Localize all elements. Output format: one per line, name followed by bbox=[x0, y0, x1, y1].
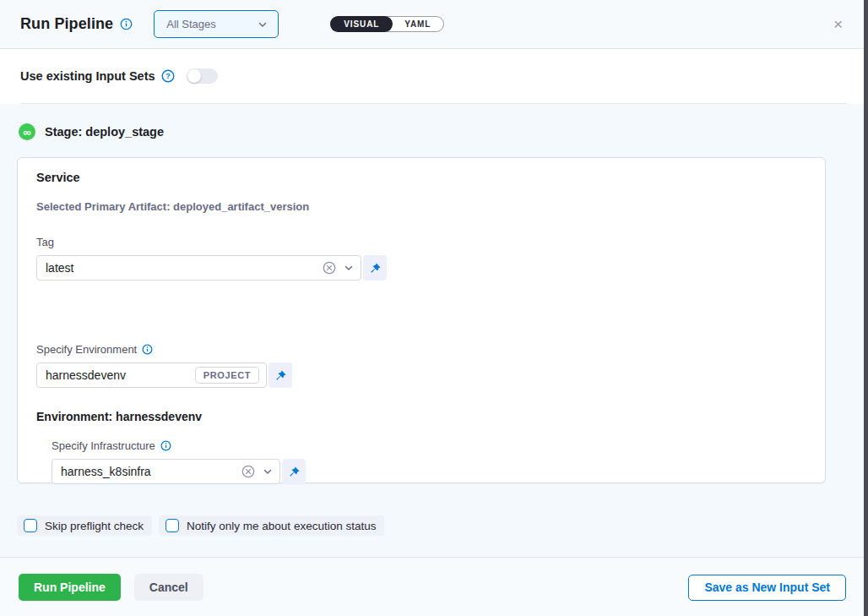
infrastructure-input[interactable] bbox=[61, 465, 241, 478]
notify-me-checkbox-group[interactable]: Notify only me about execution status bbox=[159, 515, 384, 536]
infrastructure-pin-button[interactable] bbox=[282, 459, 306, 484]
tag-input[interactable] bbox=[46, 261, 323, 275]
infrastructure-input-box bbox=[52, 459, 280, 484]
pin-icon bbox=[274, 369, 287, 382]
visual-yaml-toggle: VISUAL YAML bbox=[330, 16, 444, 32]
close-icon[interactable]: × bbox=[828, 13, 848, 35]
run-pipeline-button[interactable]: Run Pipeline bbox=[19, 574, 121, 601]
stage-deploy-icon: ∞ bbox=[19, 123, 35, 140]
tag-input-box bbox=[36, 255, 361, 281]
tag-pin-button[interactable] bbox=[363, 255, 387, 281]
service-card-title: Service bbox=[36, 171, 806, 184]
infrastructure-field-label-text: Specify Infrastructure bbox=[52, 439, 155, 452]
environment-field-label-text: Specify Environment bbox=[36, 343, 137, 356]
environment-pin-button[interactable] bbox=[269, 363, 292, 388]
clear-icon[interactable] bbox=[323, 261, 336, 275]
chevron-down-icon[interactable] bbox=[263, 466, 273, 477]
info-icon bbox=[142, 344, 153, 355]
page-title: Run Pipeline bbox=[20, 15, 113, 33]
cancel-button[interactable]: Cancel bbox=[134, 574, 203, 601]
help-icon[interactable]: ? bbox=[161, 69, 175, 83]
stage-selector-dropdown[interactable]: All Stages bbox=[154, 10, 279, 38]
tag-field-row bbox=[36, 255, 806, 281]
pin-icon bbox=[369, 262, 382, 275]
stage-title: Stage: deploy_stage bbox=[45, 125, 164, 139]
skip-preflight-checkbox-group[interactable]: Skip preflight check bbox=[17, 515, 152, 536]
tab-yaml[interactable]: YAML bbox=[392, 17, 443, 31]
chevron-down-icon[interactable] bbox=[344, 263, 354, 273]
tag-field-label: Tag bbox=[36, 236, 806, 248]
svg-text:?: ? bbox=[165, 72, 171, 80]
infrastructure-field-row bbox=[36, 459, 806, 484]
stage-section: ∞ Stage: deploy_stage Service Selected P… bbox=[0, 104, 868, 557]
notify-me-checkbox[interactable] bbox=[165, 519, 179, 532]
page-edge-strip bbox=[864, 0, 868, 616]
execution-options-row: Skip preflight check Notify only me abou… bbox=[17, 515, 848, 536]
selected-artifact-line: Selected Primary Artifact: deployed_arti… bbox=[36, 200, 806, 213]
use-existing-input-sets-row: Use existing Input Sets ? bbox=[0, 49, 868, 103]
use-existing-input-sets-toggle[interactable] bbox=[187, 68, 218, 84]
stage-header: ∞ Stage: deploy_stage bbox=[0, 104, 868, 140]
tab-visual[interactable]: VISUAL bbox=[330, 16, 393, 32]
save-as-new-input-set-button[interactable]: Save as New Input Set bbox=[688, 575, 846, 601]
info-icon bbox=[160, 440, 171, 451]
modal-footer: Run Pipeline Cancel Save as New Input Se… bbox=[0, 558, 868, 616]
service-card: Service Selected Primary Artifact: deplo… bbox=[17, 157, 826, 483]
pin-icon bbox=[288, 466, 301, 478]
modal-header: Run Pipeline All Stages VISUAL YAML × bbox=[0, 0, 868, 49]
clear-icon[interactable] bbox=[241, 465, 255, 478]
scope-badge: PROJECT bbox=[195, 367, 259, 384]
toggle-knob bbox=[187, 69, 201, 83]
skip-preflight-checkbox[interactable] bbox=[24, 519, 37, 532]
environment-field-row: PROJECT bbox=[36, 363, 806, 388]
infrastructure-field-label: Specify Infrastructure bbox=[52, 439, 806, 452]
stage-selector-value: All Stages bbox=[166, 18, 216, 30]
notify-me-label: Notify only me about execution status bbox=[187, 520, 376, 532]
environment-field-label: Specify Environment bbox=[36, 343, 806, 356]
skip-preflight-label: Skip preflight check bbox=[45, 520, 144, 532]
environment-input-box: PROJECT bbox=[36, 363, 267, 388]
environment-heading: Environment: harnessdevenv bbox=[36, 410, 806, 423]
info-icon bbox=[120, 18, 133, 30]
use-existing-input-sets-label: Use existing Input Sets bbox=[20, 69, 155, 83]
environment-input[interactable] bbox=[46, 368, 195, 382]
chevron-down-icon bbox=[258, 19, 268, 30]
run-pipeline-modal: Run Pipeline All Stages VISUAL YAML × Us… bbox=[0, 0, 868, 616]
